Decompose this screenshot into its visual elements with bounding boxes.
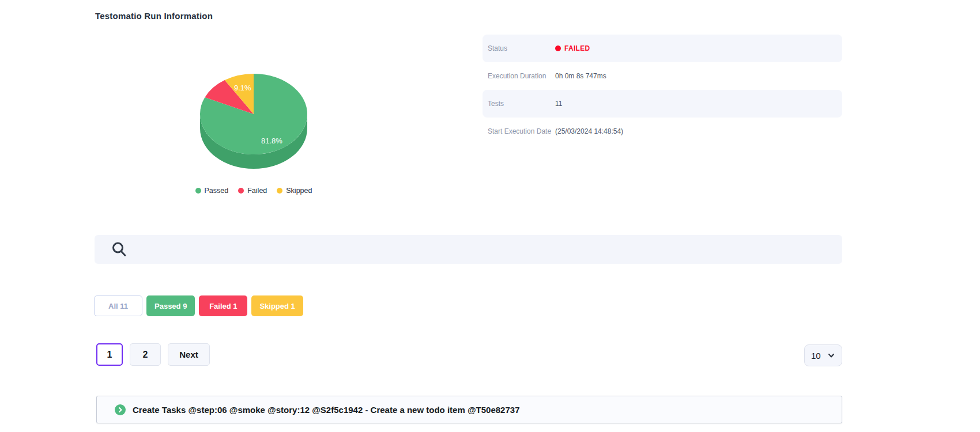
search-bar[interactable] xyxy=(95,235,842,264)
row-label: Status xyxy=(488,44,555,52)
status-dot-icon xyxy=(555,46,561,51)
table-row-status: Status FAILED xyxy=(483,35,842,62)
run-info-table: Status FAILED Execution Duration 0h 0m 8… xyxy=(483,35,842,145)
row-value: (25/03/2024 14:48:54) xyxy=(555,127,623,135)
per-page-select[interactable]: 10 xyxy=(804,344,842,366)
filter-passed-button[interactable]: Passed 9 xyxy=(146,295,195,316)
page-1-button[interactable]: 1 xyxy=(96,343,123,366)
legend-item-passed[interactable]: Passed xyxy=(195,187,229,195)
pie-label-passed: 81.8% xyxy=(261,137,282,145)
per-page-value: 10 xyxy=(811,351,821,361)
pie-chart-svg: 81.8% 9.1% xyxy=(196,68,311,172)
row-label: Start Execution Date xyxy=(488,127,555,135)
row-label: Execution Duration xyxy=(488,72,555,80)
chart-legend: Passed Failed Skipped xyxy=(190,187,317,195)
filter-failed-button[interactable]: Failed 1 xyxy=(199,295,247,316)
chevron-down-icon xyxy=(827,351,835,359)
run-report-page: Testomatio Run Information 81.8% 9.1% Pa… xyxy=(0,0,980,432)
pagination: 1 2 Next xyxy=(96,343,210,366)
row-value: 11 xyxy=(555,100,562,108)
legend-item-failed[interactable]: Failed xyxy=(238,187,267,195)
test-row[interactable]: Create Tasks @step:06 @smoke @story:12 @… xyxy=(96,396,842,423)
page-title: Testomatio Run Information xyxy=(95,11,213,21)
skipped-dot-icon xyxy=(277,188,282,194)
pie-label-skipped: 9.1% xyxy=(234,84,251,92)
status-text: FAILED xyxy=(564,44,590,52)
test-title: Create Tasks @step:06 @smoke @story:12 @… xyxy=(133,405,519,415)
status-filters: All 11 Passed 9 Failed 1 Skipped 1 xyxy=(94,295,303,316)
status-badge: FAILED xyxy=(555,44,590,52)
page-2-button[interactable]: 2 xyxy=(130,343,161,366)
table-row-duration: Execution Duration 0h 0m 8s 747ms xyxy=(483,62,842,90)
passed-dot-icon xyxy=(195,188,201,194)
search-icon xyxy=(110,240,129,259)
failed-dot-icon xyxy=(238,188,244,194)
table-row-start-date: Start Execution Date (25/03/2024 14:48:5… xyxy=(483,118,842,145)
row-label: Tests xyxy=(488,100,555,108)
legend-label: Passed xyxy=(205,187,229,195)
legend-item-skipped[interactable]: Skipped xyxy=(277,187,312,195)
legend-label: Skipped xyxy=(286,187,312,195)
next-page-button[interactable]: Next xyxy=(168,343,210,366)
table-row-tests: Tests 11 xyxy=(483,90,842,118)
filter-all-button[interactable]: All 11 xyxy=(94,295,142,316)
results-pie-chart: 81.8% 9.1% xyxy=(196,68,311,172)
search-input[interactable] xyxy=(135,235,842,264)
filter-skipped-button[interactable]: Skipped 1 xyxy=(251,295,303,316)
row-value: 0h 0m 8s 747ms xyxy=(555,72,606,80)
legend-label: Failed xyxy=(247,187,267,195)
chevron-right-icon[interactable] xyxy=(115,404,126,415)
